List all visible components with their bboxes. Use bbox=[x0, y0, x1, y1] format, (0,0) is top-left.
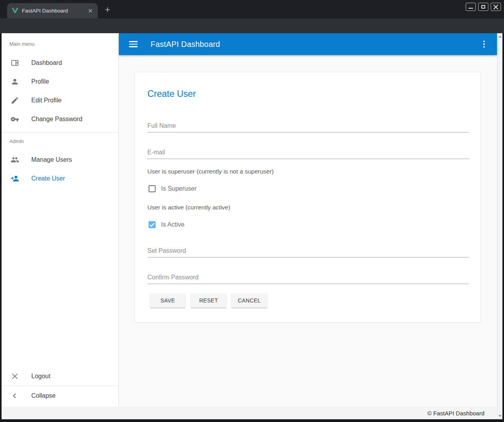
key-icon bbox=[11, 115, 19, 123]
checkbox-unchecked-icon[interactable] bbox=[149, 185, 156, 192]
sidebar-divider bbox=[2, 132, 118, 132]
save-button[interactable]: SAVE bbox=[150, 293, 185, 308]
superuser-note: User is superuser (currently is not a su… bbox=[147, 168, 274, 175]
set-password-field[interactable] bbox=[147, 244, 469, 257]
vue-logo-icon bbox=[12, 8, 18, 14]
sidebar-item-collapse[interactable]: Collapse bbox=[2, 386, 118, 405]
sidebar-item-change-password[interactable]: Change Password bbox=[2, 110, 118, 129]
person-icon bbox=[11, 77, 19, 86]
page-footer: © FastAPI Dashboard bbox=[2, 407, 497, 419]
minimize-button[interactable] bbox=[466, 3, 476, 11]
full-name-field[interactable] bbox=[147, 119, 469, 132]
people-icon bbox=[11, 156, 19, 164]
checkbox-checked-icon[interactable] bbox=[149, 221, 156, 228]
scroll-up-icon[interactable] bbox=[499, 36, 502, 38]
browser-toolbar: localhost/main/admin/users/create bbox=[0, 18, 504, 33]
close-button[interactable] bbox=[491, 3, 501, 11]
maximize-button[interactable] bbox=[478, 3, 488, 11]
active-note: User is active (currently active) bbox=[147, 204, 230, 211]
sidebar-item-profile[interactable]: Profile bbox=[2, 72, 118, 91]
new-tab-button[interactable]: + bbox=[102, 5, 113, 15]
tab-close-icon[interactable]: ✕ bbox=[87, 7, 94, 14]
app-bar: FastAPI Dashboard bbox=[119, 33, 497, 55]
page-title: Create User bbox=[147, 89, 196, 99]
sidebar-section-admin: Admin bbox=[9, 138, 24, 144]
pencil-icon bbox=[11, 96, 19, 105]
sidebar: Main menu Dashboard Profile Edit Profile… bbox=[2, 33, 119, 407]
create-user-card: Create User User is superuser (currently… bbox=[135, 72, 481, 323]
hamburger-icon[interactable] bbox=[129, 41, 138, 47]
person-add-icon bbox=[11, 174, 19, 183]
sidebar-item-manage-users[interactable]: Manage Users bbox=[2, 150, 118, 169]
close-x-icon bbox=[11, 372, 19, 381]
is-superuser-checkbox[interactable]: Is Superuser bbox=[149, 185, 197, 193]
sidebar-section-main-menu: Main menu bbox=[9, 41, 34, 47]
dashboard-icon bbox=[11, 59, 19, 67]
main-content: FastAPI Dashboard Create User User is su… bbox=[119, 33, 497, 407]
email-field[interactable] bbox=[147, 146, 469, 159]
browser-tab[interactable]: FastAPI Dashboard ✕ bbox=[7, 3, 98, 18]
sidebar-item-create-user[interactable]: Create User bbox=[2, 169, 118, 188]
appbar-title: FastAPI Dashboard bbox=[151, 40, 220, 49]
scroll-down-icon[interactable] bbox=[499, 415, 502, 417]
is-active-checkbox[interactable]: Is Active bbox=[149, 221, 185, 229]
kebab-menu-icon[interactable] bbox=[479, 39, 489, 49]
window-controls bbox=[466, 3, 501, 11]
vertical-scrollbar[interactable] bbox=[497, 33, 502, 419]
tab-title: FastAPI Dashboard bbox=[22, 8, 87, 14]
chevron-left-icon bbox=[11, 392, 19, 400]
confirm-password-field[interactable] bbox=[147, 271, 469, 284]
reset-button[interactable]: RESET bbox=[191, 293, 226, 308]
sidebar-item-logout[interactable]: Logout bbox=[2, 367, 118, 386]
browser-window: FastAPI Dashboard ✕ + localhost/main/adm… bbox=[0, 0, 504, 422]
sidebar-item-edit-profile[interactable]: Edit Profile bbox=[2, 91, 118, 110]
footer-copyright: © FastAPI Dashboard bbox=[427, 410, 484, 417]
cancel-button[interactable]: CANCEL bbox=[231, 293, 267, 308]
sidebar-item-dashboard[interactable]: Dashboard bbox=[2, 54, 118, 72]
sidebar-divider bbox=[2, 386, 118, 386]
tab-strip: FastAPI Dashboard ✕ + bbox=[0, 0, 504, 18]
